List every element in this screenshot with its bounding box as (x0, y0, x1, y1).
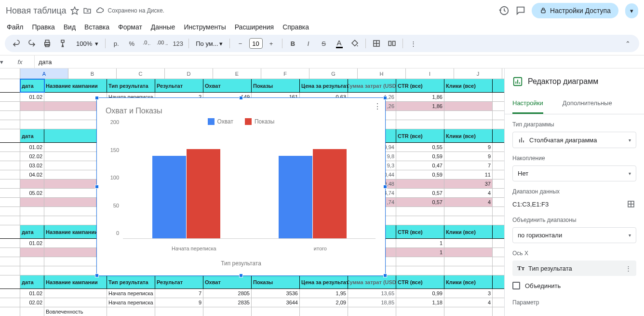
resize-handle[interactable] (239, 274, 243, 277)
increase-decimal-button[interactable]: .00→ (156, 37, 169, 50)
tab-customize[interactable]: Дополнительные (563, 95, 612, 114)
strikethrough-button[interactable]: S (317, 37, 331, 50)
cell[interactable]: Результат (155, 79, 203, 92)
name-box-dropdown[interactable]: ▾ (0, 58, 6, 66)
cloud-saved-icon[interactable] (95, 6, 104, 15)
cell[interactable]: Клики (все) (444, 79, 493, 92)
paint-format-button[interactable] (56, 37, 69, 50)
history-icon[interactable] (499, 5, 510, 16)
resize-handle[interactable] (383, 96, 387, 100)
cell[interactable]: Охват (203, 79, 252, 92)
cell[interactable]: Сумма затрат (USD) (348, 79, 396, 92)
star-icon[interactable] (70, 6, 79, 15)
share-button[interactable]: Настройки Доступа (532, 3, 618, 18)
percent-button[interactable]: % (125, 37, 138, 50)
zoom-dropdown[interactable]: 100%▾ (71, 40, 101, 47)
cell[interactable]: Цена за результат (300, 79, 348, 92)
decrease-decimal-button[interactable]: .0← (140, 37, 154, 50)
col-header-h[interactable]: H (358, 69, 406, 79)
cell[interactable]: Клики (все) (444, 225, 493, 238)
cell[interactable]: дата (20, 129, 44, 142)
italic-button[interactable]: I (302, 37, 315, 50)
col-header-g[interactable]: G (309, 69, 358, 79)
formula-input[interactable]: дата (35, 58, 644, 66)
comments-icon[interactable] (515, 5, 526, 16)
font-size-input[interactable] (249, 38, 263, 49)
bold-button[interactable]: B (286, 37, 300, 50)
resize-handle[interactable] (383, 185, 387, 189)
cell[interactable] (444, 93, 493, 101)
text-color-button[interactable]: A (333, 37, 346, 50)
tab-setup[interactable]: Настройки (512, 95, 543, 114)
menu-insert[interactable]: Вставка (84, 23, 109, 31)
col-header-i[interactable]: I (406, 69, 454, 79)
menu-help[interactable]: Справка (282, 23, 309, 31)
cell[interactable]: дата (20, 225, 44, 238)
move-folder-icon[interactable] (83, 6, 92, 15)
borders-button[interactable] (370, 37, 383, 50)
cell[interactable]: 01.02 (20, 93, 44, 101)
chart-container[interactable]: ⋮ Охват и Показы Охват Показы 0 50 100 1… (96, 97, 386, 276)
svg-rect-9 (392, 41, 395, 46)
aggregate-checkbox[interactable] (512, 282, 520, 289)
font-dropdown[interactable]: По ум...▾ (193, 40, 225, 47)
more-toolbar-button[interactable]: ⋮ (407, 37, 420, 50)
resize-handle[interactable] (383, 274, 387, 277)
chart-menu-icon[interactable]: ⋮ (374, 102, 381, 111)
col-header-e[interactable]: E (213, 69, 261, 79)
menu-file[interactable]: Файл (7, 23, 23, 31)
cell[interactable]: CTR (все) (396, 79, 444, 92)
svg-marker-0 (71, 7, 78, 14)
font-size-increase[interactable]: + (265, 37, 278, 50)
xaxis-chip[interactable]: Tт Тип результата ⋮ (512, 261, 636, 276)
doc-title[interactable]: Новая таблица (6, 6, 67, 16)
col-header-j[interactable]: J (454, 69, 502, 79)
cell[interactable] (20, 102, 44, 110)
col-header-a[interactable]: A (20, 69, 68, 79)
cell[interactable]: Клики (все) (444, 129, 493, 142)
menu-tools[interactable]: Инструменты (184, 23, 226, 31)
spreadsheet-grid[interactable]: A B C D E F G H I J дата Название кампан… (0, 69, 504, 316)
cell[interactable]: Название кампании (44, 79, 107, 92)
number-format-button[interactable]: 123 (171, 37, 185, 50)
chart-type-select[interactable]: Столбчатая диаграмма▾ (512, 132, 636, 148)
font-size-decrease[interactable]: − (234, 37, 247, 50)
stacking-label: Накопление (512, 155, 636, 162)
resize-handle[interactable] (239, 96, 243, 100)
fill-color-button[interactable] (348, 37, 362, 50)
cell[interactable] (444, 102, 493, 110)
share-dropdown[interactable]: ▾ (625, 3, 638, 18)
menu-view[interactable]: Вид (64, 23, 76, 31)
data-range-input[interactable]: C1:C3,E1:F3 (512, 199, 623, 210)
xaxis-more-icon[interactable]: ⋮ (625, 265, 631, 272)
menu-edit[interactable]: Правка (32, 23, 54, 31)
cell[interactable]: Тип результата (107, 79, 155, 92)
menu-extensions[interactable]: Расширения (235, 23, 274, 31)
combine-select[interactable]: по горизонтали▾ (512, 227, 636, 243)
chart-editor-icon (512, 76, 523, 87)
col-header-c[interactable]: C (117, 69, 165, 79)
cell[interactable]: 1,86 (396, 102, 444, 110)
cell-a1[interactable]: дата (20, 79, 44, 92)
cell[interactable]: CTR (все) (396, 225, 444, 238)
resize-handle[interactable] (95, 96, 99, 100)
print-button[interactable] (40, 37, 54, 50)
select-range-icon[interactable] (627, 200, 636, 209)
collapse-toolbar-button[interactable]: ⌃ (621, 37, 634, 50)
menu-format[interactable]: Формат (118, 23, 142, 31)
redo-button[interactable] (25, 37, 39, 50)
currency-button[interactable]: р. (109, 37, 123, 50)
cell[interactable]: 1,86 (396, 93, 444, 101)
col-header-b[interactable]: B (68, 69, 117, 79)
resize-handle[interactable] (95, 274, 99, 277)
merge-button[interactable] (385, 37, 399, 50)
menu-data[interactable]: Данные (151, 23, 175, 31)
cell[interactable]: Показы (252, 79, 300, 92)
select-all-corner[interactable] (0, 69, 20, 79)
col-header-d[interactable]: D (165, 69, 213, 79)
resize-handle[interactable] (95, 185, 99, 189)
col-header-f[interactable]: F (261, 69, 309, 79)
stacking-select[interactable]: Нет▾ (512, 165, 636, 181)
undo-button[interactable] (10, 37, 23, 50)
cell[interactable]: CTR (все) (396, 129, 444, 142)
